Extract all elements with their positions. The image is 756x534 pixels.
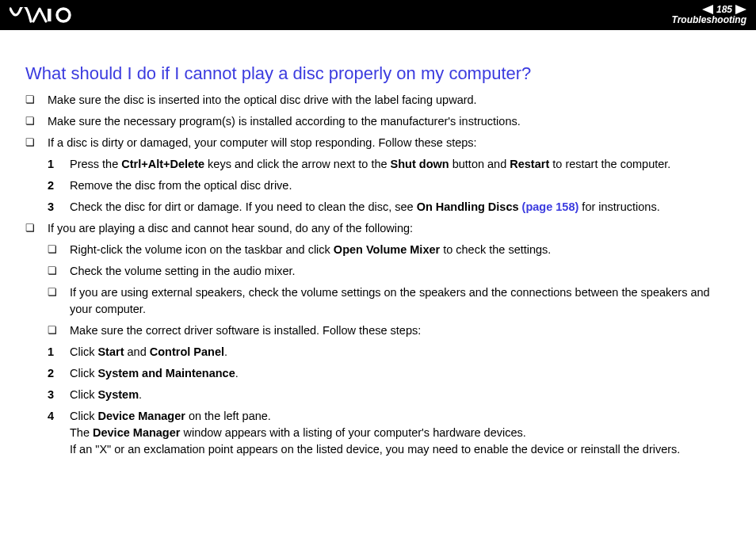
- list-item: ❏ If you are playing a disc and cannot h…: [25, 220, 731, 237]
- page-link[interactable]: (page 158): [519, 200, 579, 213]
- step-item: 1 Press the Ctrl+Alt+Delete keys and cli…: [25, 156, 731, 173]
- step-text: Remove the disc from the optical disc dr…: [70, 177, 292, 194]
- list-item: ❏ Make sure the correct driver software …: [25, 322, 731, 339]
- square-bullet-icon: ❏: [25, 113, 38, 129]
- list-item: ❏ Make sure the disc is inserted into th…: [25, 92, 731, 109]
- step-item: 3 Click System.: [25, 387, 731, 403]
- list-item: ❏ If you are using external speakers, ch…: [25, 284, 731, 318]
- step-number: 3: [48, 387, 60, 403]
- square-bullet-icon: ❏: [25, 135, 38, 151]
- list-text: If you are using external speakers, chec…: [70, 284, 731, 318]
- list-text: If you are playing a disc and cannot hea…: [48, 220, 413, 237]
- vaio-logo: [10, 7, 81, 23]
- svg-point-1: [57, 9, 70, 21]
- list-item: ❏ Make sure the necessary program(s) is …: [25, 113, 731, 130]
- list-item: ❏ Right-click the volume icon on the tas…: [25, 242, 731, 258]
- step-item: 3 Check the disc for dirt or damage. If …: [25, 199, 731, 216]
- step-number: 1: [48, 156, 60, 173]
- page-header: 185 Troubleshooting: [0, 0, 756, 30]
- list-item: ❏ Check the volume setting in the audio …: [25, 263, 731, 280]
- square-bullet-icon: ❏: [25, 220, 38, 236]
- square-bullet-icon: ❏: [48, 284, 60, 300]
- step-number: 1: [48, 344, 60, 360]
- list-item: ❏ If a disc is dirty or damaged, your co…: [25, 135, 731, 151]
- page-title: What should I do if I cannot play a disc…: [25, 63, 731, 84]
- step-number: 2: [48, 177, 60, 194]
- list-text: Make sure the disc is inserted into the …: [48, 92, 477, 109]
- square-bullet-icon: ❏: [25, 92, 38, 108]
- step-item: 2 Click System and Maintenance.: [25, 365, 731, 382]
- page-nav: 185 Troubleshooting: [672, 5, 746, 25]
- next-page-arrow-icon[interactable]: [735, 5, 746, 14]
- square-bullet-icon: ❏: [48, 263, 60, 279]
- step-text: Click System and Maintenance.: [70, 365, 239, 382]
- list-text: Make sure the correct driver software is…: [70, 322, 421, 339]
- step-text: Click Start and Control Panel.: [70, 344, 227, 360]
- square-bullet-icon: ❏: [48, 322, 60, 338]
- step-text: Click System.: [70, 387, 142, 403]
- step-number: 3: [48, 199, 60, 216]
- step-number: 2: [48, 365, 60, 382]
- list-text: Right-click the volume icon on the taskb…: [70, 242, 551, 258]
- step-text: Press the Ctrl+Alt+Delete keys and click…: [70, 156, 670, 173]
- list-text: If a disc is dirty or damaged, your comp…: [48, 135, 477, 151]
- section-name: Troubleshooting: [672, 15, 746, 25]
- step-item: 1 Click Start and Control Panel.: [25, 344, 731, 360]
- step-text: Click Device Manager on the left pane.Th…: [70, 408, 680, 458]
- page-content: What should I do if I cannot play a disc…: [0, 30, 756, 471]
- list-text: Make sure the necessary program(s) is in…: [48, 113, 521, 130]
- svg-rect-0: [48, 9, 52, 21]
- list-text: Check the volume setting in the audio mi…: [70, 263, 296, 280]
- step-item: 4 Click Device Manager on the left pane.…: [25, 408, 731, 458]
- step-item: 2 Remove the disc from the optical disc …: [25, 177, 731, 194]
- prev-page-arrow-icon[interactable]: [702, 5, 713, 14]
- step-text: Check the disc for dirt or damage. If yo…: [70, 199, 660, 216]
- square-bullet-icon: ❏: [48, 242, 60, 257]
- step-number: 4: [48, 408, 60, 425]
